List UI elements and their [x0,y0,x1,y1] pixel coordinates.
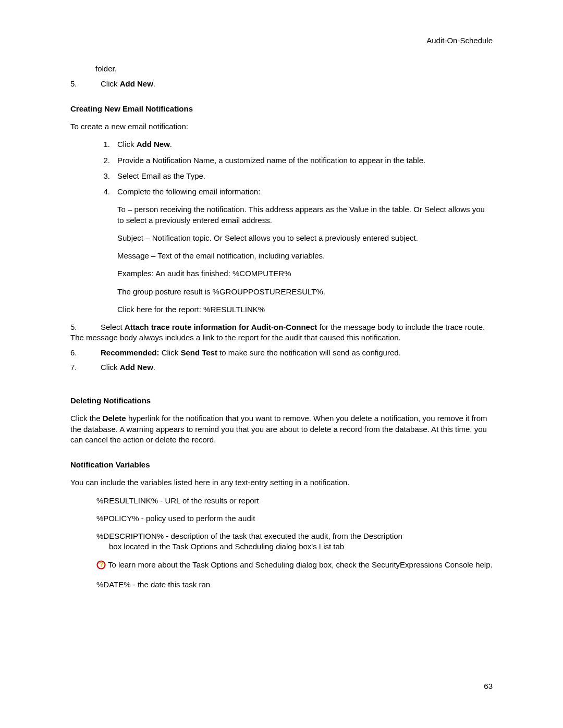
section-heading-create-email: Creating New Email Notifications [70,104,493,114]
command-name: Add New [120,79,153,88]
paragraph: Click here for the report: %RESULTLINK% [117,304,493,315]
tip-text: To learn more about the Task Options and… [108,560,493,570]
list-item: 1. Click Add New. [91,139,493,150]
list-body: Select Attach trace route information fo… [70,322,493,343]
list-body: Provide a Notification Name, a customize… [117,155,493,166]
variable-list: %RESULTLINK% - URL of the results or rep… [96,496,493,590]
paragraph: To – person receiving the notification. … [117,204,493,226]
tip-note: To learn more about the Task Options and… [96,560,493,572]
section-heading-delete: Deleting Notifications [70,396,493,406]
list-body: Click Add New. [101,79,493,89]
list-item: 6. Recommended: Click Send Test to make … [70,348,493,358]
text: . [170,140,172,149]
section-heading-variables: Notification Variables [70,460,493,470]
command-name: Send Test [180,348,217,357]
list-item: 5. Select Attach trace route information… [70,322,493,343]
list-number: 1. [91,139,110,150]
svg-point-1 [101,566,102,567]
sub-details: To – person receiving the notification. … [117,204,493,315]
list-number: 4. [91,187,110,197]
command-name: Add New [137,140,170,149]
text: Click the [70,414,103,423]
variable-item: %POLICY% - policy used to perform the au… [96,513,493,524]
list-item: 4. Complete the following email informat… [91,187,493,197]
text: . [153,79,155,88]
text: Click [101,79,120,88]
paragraph: Examples: An audit has finished: %COMPUT… [117,268,493,279]
page-number: 63 [484,681,493,692]
command-name: Add New [120,363,153,372]
list-item: 3. Select Email as the Type. [91,171,493,181]
paragraph: Click the Delete hyperlink for the notif… [70,413,493,445]
page-header: Audit-On-Schedule [70,35,493,46]
command-name: Delete [103,414,126,423]
text: Select [101,323,125,331]
list-number: 3. [91,171,110,181]
variable-item: %DESCRIPTION% - description of the task … [96,531,493,552]
list-number: 6. [70,348,101,358]
document-page: Audit-On-Schedule folder. 5. Click Add N… [0,0,563,728]
emphasis: Recommended: [101,348,160,357]
list-item: 7. Click Add New. [70,362,493,373]
list-body: Click Add New. [101,362,493,373]
paragraph: The group posture result is %GROUPPOSTUR… [117,287,493,297]
continued-text: folder. [95,64,493,74]
text: %DESCRIPTION% - description of the task … [96,531,493,541]
paragraph: Subject – Notification topic. Or Select … [117,233,493,243]
variable-item: %RESULTLINK% - URL of the results or rep… [96,496,493,506]
paragraph: Message – Text of the email notification… [117,251,493,261]
list-body: Complete the following email information… [117,187,493,197]
command-name: Attach trace route information for Audit… [125,323,317,331]
list-item: 2. Provide a Notification Name, a custom… [91,155,493,166]
text: to make sure the notification will send … [217,348,401,357]
text: Click [160,348,181,357]
text: . [153,363,155,372]
ordered-list: 1. Click Add New. 2. Provide a Notificat… [91,139,493,315]
text: Click [117,140,137,149]
list-number: 5. [70,79,101,89]
tip-icon [96,560,106,572]
list-item: 5. Click Add New. [70,79,493,89]
text: Click [101,363,120,372]
paragraph: To create a new email notification: [70,121,493,132]
text: hyperlink for the notification that you … [70,414,487,444]
list-number: 7. [70,362,101,373]
paragraph: You can include the variables listed her… [70,477,493,488]
list-number: 2. [91,155,110,166]
list-body: Recommended: Click Send Test to make sur… [101,348,493,358]
variable-item: %DATE% - the date this task ran [96,579,493,590]
list-body: Select Email as the Type. [117,171,493,181]
text-continuation: box located in the Task Options and Sche… [109,541,493,552]
list-body: Click Add New. [117,139,493,150]
